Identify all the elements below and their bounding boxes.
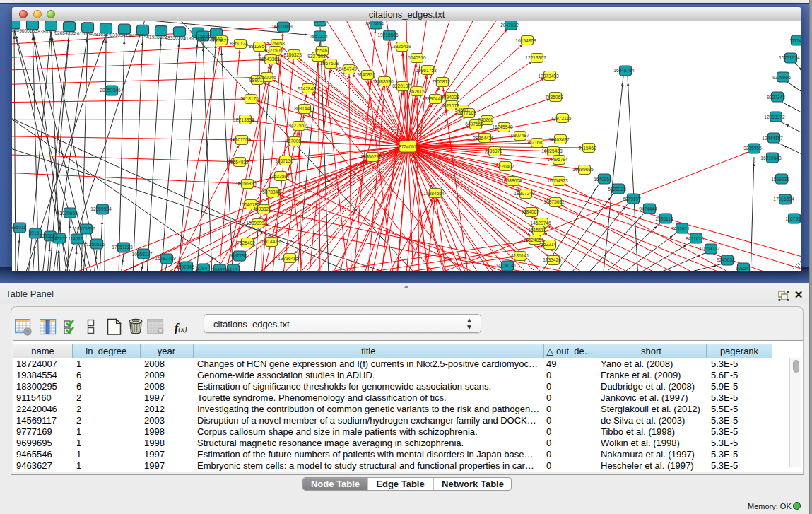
svg-text:16245540: 16245540 xyxy=(492,124,513,129)
svg-text:10954: 10954 xyxy=(736,266,749,271)
svg-text:7857224: 7857224 xyxy=(310,34,328,39)
svg-text:12213333: 12213333 xyxy=(233,117,254,122)
svg-text:12973115: 12973115 xyxy=(551,116,572,121)
svg-text:9657791: 9657791 xyxy=(229,253,247,258)
svg-text:17957223: 17957223 xyxy=(112,245,133,250)
svg-text:15751074: 15751074 xyxy=(779,55,800,60)
svg-text:8471626: 8471626 xyxy=(686,236,704,241)
svg-text:9245652: 9245652 xyxy=(717,257,735,262)
svg-text:9684067: 9684067 xyxy=(521,209,539,214)
svg-text:14495794: 14495794 xyxy=(547,157,568,162)
svg-text:10688609: 10688609 xyxy=(501,178,522,183)
svg-text:19218506: 19218506 xyxy=(377,33,399,37)
svg-text:3915: 3915 xyxy=(29,230,40,235)
svg-text:14520746: 14520746 xyxy=(530,221,551,226)
svg-text:6879197: 6879197 xyxy=(623,197,641,201)
svg-text:2020655: 2020655 xyxy=(59,211,78,216)
svg-text:0433218: 0433218 xyxy=(12,28,19,33)
svg-text:2047682: 2047682 xyxy=(500,23,519,28)
svg-text:10958117: 10958117 xyxy=(132,252,153,257)
svg-text:10973493: 10973493 xyxy=(538,74,559,78)
svg-text:93103413: 93103413 xyxy=(110,33,131,37)
svg-text:12444157: 12444157 xyxy=(762,136,783,141)
svg-text:19166825: 19166825 xyxy=(235,181,257,186)
svg-text:13533594: 13533594 xyxy=(269,174,290,179)
svg-text:5938923: 5938923 xyxy=(608,187,626,192)
svg-text:13716485: 13716485 xyxy=(278,256,299,261)
svg-text:15720407: 15720407 xyxy=(493,164,514,169)
svg-text:98901: 98901 xyxy=(249,78,263,83)
svg-text:6475255: 6475255 xyxy=(129,33,148,38)
svg-text:10975692: 10975692 xyxy=(543,199,565,204)
svg-text:3215955: 3215955 xyxy=(743,146,762,151)
svg-text:7515526: 7515526 xyxy=(192,34,211,39)
svg-text:8454749: 8454749 xyxy=(339,66,357,71)
svg-text:7955812: 7955812 xyxy=(432,79,450,84)
svg-text:16543362: 16543362 xyxy=(259,57,280,62)
svg-text:20837: 20837 xyxy=(212,267,225,271)
svg-text:62160: 62160 xyxy=(529,140,543,145)
svg-text:9284: 9284 xyxy=(197,266,208,271)
svg-text:5226058: 5226058 xyxy=(266,41,285,46)
svg-text:9600133: 9600133 xyxy=(19,28,37,33)
svg-text:16961758: 16961758 xyxy=(416,68,437,73)
svg-text:7986372: 7986372 xyxy=(484,148,502,153)
svg-text:1250515: 1250515 xyxy=(86,242,105,247)
svg-text:114519: 114519 xyxy=(68,236,83,241)
svg-text:9427552: 9427552 xyxy=(288,123,307,128)
svg-text:1640954: 1640954 xyxy=(594,177,612,182)
svg-text:12093372: 12093372 xyxy=(764,115,785,119)
svg-text:1342757: 1342757 xyxy=(49,236,67,241)
svg-text:417006: 417006 xyxy=(286,139,301,144)
svg-text:16154808: 16154808 xyxy=(515,38,536,43)
svg-text:11174: 11174 xyxy=(789,38,801,43)
svg-text:1615594: 1615594 xyxy=(74,31,93,36)
svg-text:8186323: 8186323 xyxy=(283,52,302,57)
svg-text:1615112: 1615112 xyxy=(528,228,546,233)
svg-text:10899695: 10899695 xyxy=(572,167,594,172)
svg-text:10807487: 10807487 xyxy=(508,133,529,138)
svg-text:16782759: 16782759 xyxy=(155,256,176,261)
svg-text:395011: 395011 xyxy=(12,225,26,230)
svg-text:17016504: 17016504 xyxy=(773,197,794,201)
svg-text:28053346: 28053346 xyxy=(100,88,121,93)
svg-text:3267130: 3267130 xyxy=(275,158,293,163)
svg-text:1569231: 1569231 xyxy=(771,177,789,182)
svg-text:16107559: 16107559 xyxy=(230,137,251,142)
svg-text:9329966: 9329966 xyxy=(772,75,791,80)
svg-text:4493822: 4493822 xyxy=(253,206,271,211)
svg-text:9327508: 9327508 xyxy=(307,54,326,59)
svg-text:18307249: 18307249 xyxy=(514,191,535,196)
svg-text:14136141: 14136141 xyxy=(495,263,517,268)
svg-text:9474444: 9474444 xyxy=(639,206,657,211)
svg-text:19384554: 19384554 xyxy=(423,191,445,196)
svg-text:10654112: 10654112 xyxy=(700,246,720,251)
svg-text:7663822: 7663822 xyxy=(211,38,229,43)
svg-text:7632621: 7632621 xyxy=(671,226,690,231)
svg-text:1362615: 1362615 xyxy=(406,89,425,94)
svg-text:10654923: 10654923 xyxy=(547,178,568,183)
svg-text:5878344: 5878344 xyxy=(262,189,281,194)
svg-text:14136141: 14136141 xyxy=(508,253,529,258)
svg-text:1292346: 1292346 xyxy=(176,264,194,269)
svg-text:8960124: 8960124 xyxy=(230,41,248,46)
svg-text:8044: 8044 xyxy=(314,21,324,23)
svg-text:252214: 252214 xyxy=(541,242,556,247)
svg-text:16914479: 16914479 xyxy=(259,239,281,244)
svg-text:18724007: 18724007 xyxy=(396,144,417,149)
svg-text:7485063: 7485063 xyxy=(545,95,563,100)
svg-text:9777169: 9777169 xyxy=(458,110,476,115)
svg-text:10025438: 10025438 xyxy=(541,148,563,153)
svg-text:12359924: 12359924 xyxy=(90,206,112,211)
svg-text:2935114: 2935114 xyxy=(655,216,673,221)
svg-text:13325419: 13325419 xyxy=(390,44,411,49)
svg-text:19654932: 19654932 xyxy=(228,160,249,165)
svg-text:9227343: 9227343 xyxy=(767,95,785,100)
svg-text:18300295: 18300295 xyxy=(360,154,382,159)
svg-text:16033809: 16033809 xyxy=(271,24,293,29)
svg-text:2867608: 2867608 xyxy=(320,61,339,66)
svg-text:16648784: 16648784 xyxy=(613,68,635,73)
svg-text:9115460: 9115460 xyxy=(578,146,596,151)
svg-text:9794028: 9794028 xyxy=(441,95,459,100)
svg-text:10975857: 10975857 xyxy=(74,226,95,231)
